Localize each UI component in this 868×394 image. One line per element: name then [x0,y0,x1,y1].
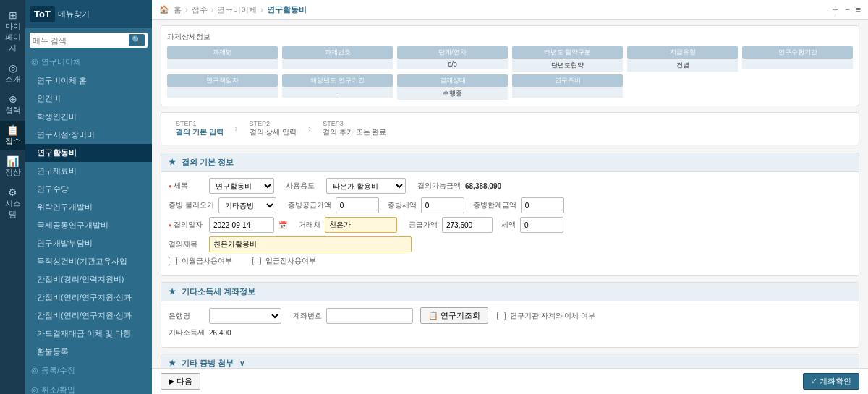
info-value-status: 수행중 [397,87,508,100]
sidebar-group-research-expense[interactable]: ◎ 연구비이체 [25,52,152,72]
sidebar-item-consignment[interactable]: 위탁연구개발비 [25,198,152,216]
info-label-status: 결재상태 [397,74,508,87]
deposit-checkbox[interactable] [252,257,261,265]
confirm-icon: ✓ [811,377,817,385]
info-cell-period: 연구수행기간 [742,46,853,72]
info-value-number [282,59,393,69]
left-nav-intro[interactable]: ◎ 소개 [0,59,25,88]
sidebar-item-rd-burden[interactable]: 연구개발부담비 [25,234,152,252]
attachments-header[interactable]: ★ 기타 증빙 첨부 ∨ [161,354,859,368]
search-input[interactable] [33,36,129,45]
label-evidence: 증빙 불러오기 [169,200,214,210]
account-inquiry-button[interactable]: 📋 연구기조회 [420,307,488,324]
confirm-button[interactable]: ✓ 계좌확인 [803,373,859,390]
category-select[interactable]: 연구활동비 [209,178,274,194]
basic-row-4: 결의제목 [169,236,851,252]
left-nav-calc[interactable]: 📊 정산 [0,152,25,181]
bottom-left: ▶ 다음 [161,373,200,390]
project-info-section: 과제상세정보 과제명 과제번호 단계/연차 0/0 타년도 협약구분 단년도협약 [161,25,859,106]
view-topbar-button[interactable]: ≡ [855,3,861,16]
bottom-bar: ▶ 다음 ✓ 계좌확인 [152,368,868,394]
supply-price-input[interactable] [442,217,493,233]
info-value-year-period: - [282,87,393,98]
sidebar-item-international[interactable]: 국제공동연구개발비 [25,216,152,234]
trader-input[interactable] [325,217,397,233]
info-cell-name: 과제명 [167,46,278,72]
step2[interactable]: STEP2 결의 상세 입력 [241,117,306,140]
left-nav-system[interactable]: ⚙ 시스템 [0,183,25,223]
basic-row-5: 이월금사용여부 입금전사용여부 [169,256,851,266]
project-info-title: 과제상세정보 [167,32,853,42]
purpose-select[interactable]: 타은가 활용비 [326,178,406,194]
info-value-annual: 단년도협약 [512,59,623,72]
sidebar-item-facility[interactable]: 연구시설·장비비 [25,126,152,144]
label-tax2: 세액 [501,220,516,230]
collapse-icon[interactable]: ∨ [239,359,244,367]
bank-select[interactable] [209,308,281,324]
left-nav-collab[interactable]: ⊕ 협력 [0,90,25,119]
label-deposit: 입금전사용여부 [265,256,316,266]
info-label-number: 과제번호 [282,46,393,59]
tax-info-section: ★ 기타소득세 계좌정보 은행명 계좌번호 📋 연구기조회 연구기관 [161,282,859,348]
info-value-name [167,59,278,69]
sidebar-item-student-labor[interactable]: 학생인건비 [25,108,152,126]
next-button[interactable]: ▶ 다음 [161,373,200,390]
sidebar-item-labor[interactable]: 인건비 [25,90,152,108]
evidence-select[interactable]: 기타증빙 [218,197,276,213]
sidebar-item-materials[interactable]: 연구재료비 [25,162,152,180]
home-breadcrumb-icon: 🏠 [159,5,169,14]
date-input[interactable] [209,217,274,233]
label-total-evidence: 증빙합계금액 [473,200,516,210]
info-label-research-expense: 연구주비 [512,74,623,87]
collab-icon: ⊕ [9,93,17,105]
tax-info-header[interactable]: ★ 기타소득세 계좌정보 [161,283,859,301]
sidebar-item-indirect2[interactable]: 간접비(연리/연구지원·성과 [25,288,152,307]
arrow-icon: ▶ [169,377,174,385]
sidebar-group-cancel[interactable]: ◎ 취소/확입 [25,380,152,394]
total-evidence-input[interactable] [521,197,564,213]
carryover-checkbox[interactable] [169,257,177,265]
label-account-num: 계좌번호 [293,311,322,321]
label-title: 결의제목 [169,239,205,249]
info-value-pi [167,87,278,98]
sidebar-item-indirect3[interactable]: 간접비(연리/연구지원·성과 [25,307,152,325]
info-value-step: 0/0 [397,59,508,69]
institution-account-checkbox[interactable] [497,312,506,320]
sidebar-item-card-transfer[interactable]: 카드결재대금 이체 및 타행 [25,325,152,343]
remove-topbar-button[interactable]: － [843,3,852,16]
label-institution-account: 연구기관 자계와 이체 여부 [510,311,595,321]
info-label-pi: 연구책임자 [167,74,278,87]
sidebar-item-activity[interactable]: 연구활동비 [25,144,152,162]
label-date: 결의일자 [169,220,205,230]
tax-info-body: 은행명 계좌번호 📋 연구기조회 연구기관 자계와 이체 여부 기타소득세 [161,301,859,347]
possible-amount-value: 68,388,090 [465,182,509,190]
inquiry-icon: 📋 [428,311,438,320]
sidebar-item-proprietary[interactable]: 독적성건비(기관고유사업 [25,252,152,270]
search-button[interactable]: 🔍 [129,34,145,46]
account-num-input[interactable] [326,308,413,324]
basic-row-2: 증빙 불러오기 기타증빙 증빙공급가액 증빙세액 증빙합계금액 [169,197,851,213]
tax-input[interactable] [421,197,464,213]
info-label-name: 과제명 [167,46,278,59]
info-label-payment: 지급유형 [627,46,738,59]
label-other-tax: 기타소득세 [169,327,205,338]
add-topbar-button[interactable]: ＋ [830,3,840,16]
info-value-period [742,59,853,69]
step1[interactable]: STEP1 결의 기본 입력 [167,117,232,140]
supply-amount-input[interactable] [336,197,379,213]
topbar: 🏠 홈 › 접수 › 연구비이체 › 연구활동비 ＋ － ≡ [152,0,868,20]
title-input[interactable] [209,236,412,252]
tax2-input[interactable] [520,217,563,233]
steps-bar: STEP1 결의 기본 입력 › STEP2 결의 상세 입력 › STEP3 … [161,112,859,145]
left-nav-home[interactable]: ⊞ 마이페이지 [0,6,25,57]
sidebar-group-register[interactable]: ◎ 등록/수정 [25,361,152,380]
sidebar-item-allowance[interactable]: 연구수당 [25,180,152,198]
sidebar-item-home[interactable]: 연구비이체 홈 [25,72,152,90]
basic-info-header[interactable]: ★ 결의 기본 정보 [161,153,859,172]
step3[interactable]: STEP3 결의 추가 또는 완료 [314,117,395,140]
app-logo: ToT [30,6,55,22]
left-nav-submit[interactable]: 📋 접수 [0,121,25,150]
sidebar-item-refund[interactable]: 환불등록 [25,343,152,361]
calendar-icon[interactable]: 📅 [278,221,287,229]
sidebar-item-indirect1[interactable]: 간접비(경리/인력지원비) [25,270,152,288]
